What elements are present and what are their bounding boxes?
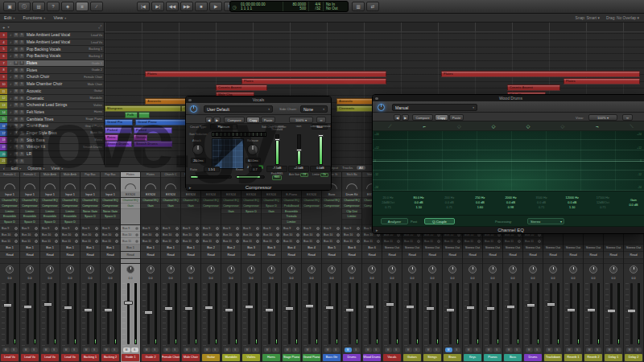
fader-cap[interactable]	[446, 308, 455, 312]
strip-pan-knob[interactable]	[221, 264, 241, 275]
strip-pan-knob[interactable]	[382, 264, 402, 275]
slider-value[interactable]: +2.0dB	[288, 166, 309, 172]
strip-output-slot[interactable]: Stereo Out	[463, 245, 482, 252]
send-slot[interactable]: Bus 11	[322, 238, 341, 245]
send-slot[interactable]: Bus 11	[262, 238, 281, 245]
send-knob-icon[interactable]	[457, 240, 460, 243]
add-track-menu-button[interactable]: ▾	[8, 25, 10, 29]
insert-slot[interactable]: Compressor	[201, 204, 221, 209]
compare-button[interactable]: Compare	[224, 117, 245, 123]
strip-automation-slot[interactable]: Read	[302, 252, 321, 259]
region[interactable]: Smash Drums	[134, 141, 172, 147]
band-gain[interactable]: 0.0 dB	[434, 201, 464, 205]
prev-preset-button[interactable]: ◀	[394, 114, 401, 121]
slider-track[interactable]	[275, 134, 279, 165]
mute-button[interactable]: M	[405, 348, 412, 352]
strip-fader[interactable]	[604, 282, 623, 346]
solo-button[interactable]: S	[19, 61, 24, 65]
send-knob-icon[interactable]	[175, 227, 179, 230]
solo-button[interactable]: S	[453, 348, 460, 352]
channel-strip[interactable]: CinematiEXS24Channel EQCompressorGainBus…	[221, 172, 242, 362]
mute-button[interactable]: M	[14, 103, 19, 107]
strip-gain-knob[interactable]	[101, 178, 120, 191]
fader-cap[interactable]	[305, 304, 314, 308]
close-icon[interactable]	[188, 99, 192, 102]
knee-value[interactable]: 0.7	[249, 167, 262, 172]
send-slot[interactable]: Bus 10	[181, 232, 200, 238]
send-knob-icon[interactable]	[437, 240, 440, 243]
send-knob-icon[interactable]	[518, 240, 521, 243]
strip-fader[interactable]	[161, 282, 180, 346]
send-slot[interactable]: Bus 11	[221, 238, 241, 245]
send-knob-icon[interactable]	[316, 240, 320, 243]
compare-button[interactable]: Compare	[412, 114, 433, 121]
eq-graph-display[interactable]: +24+120-12-24 +24+120-12-24	[373, 131, 644, 191]
fader-cap[interactable]	[365, 305, 374, 309]
circuit-type-dropdown[interactable]: Platinum	[210, 124, 237, 130]
strip-gain-knob[interactable]	[141, 178, 160, 191]
send-knob-icon[interactable]	[55, 233, 58, 237]
region[interactable]: Flutes	[564, 78, 640, 84]
strip-input-slot[interactable]: EXS24	[141, 191, 160, 198]
send-slot[interactable]: Bus 9	[342, 225, 361, 232]
mute-button[interactable]: M	[465, 348, 473, 352]
strip-name[interactable]: Pianos	[483, 353, 502, 362]
strip-output-slot[interactable]: Stereo Out	[584, 245, 603, 252]
mute-button[interactable]: M	[606, 348, 613, 352]
strip-pan-knob[interactable]	[463, 264, 482, 275]
send-slot[interactable]: Bus 9	[60, 225, 80, 232]
send-knob-icon[interactable]	[397, 240, 400, 243]
region[interactable]: Grand Pia	[105, 119, 133, 125]
send-knob-icon[interactable]	[115, 233, 118, 237]
preset-dropdown[interactable]: ▾User Default	[204, 105, 273, 113]
send-knob-icon[interactable]	[497, 240, 501, 243]
channel-eq-plugin-window[interactable]: Wood Drums ▾Manual ◀ ▶ Compare Copy Past…	[372, 94, 644, 234]
strip-automation-slot[interactable]: Read	[60, 252, 80, 259]
strip-automation-slot[interactable]: Read	[282, 252, 301, 259]
strip-setting-slot[interactable]: Female C	[20, 172, 39, 178]
strip-automation-slot[interactable]: Read	[101, 252, 120, 259]
send-slot[interactable]: Bus 11	[141, 238, 160, 245]
strip-name[interactable]: Brass	[443, 353, 462, 362]
mute-button[interactable]: M	[43, 348, 50, 352]
lcd-display[interactable]: ◷ 01:00:00:00.00 1 1 1 1 80.0000 500 4/4…	[229, 1, 349, 12]
strip-name[interactable]: Lead Vo	[0, 353, 19, 362]
band-frequency[interactable]: 200 Hz	[434, 196, 464, 200]
send-slot[interactable]: Bus 10	[0, 232, 19, 238]
band-gain[interactable]: 0.0 dB	[557, 201, 588, 205]
send-slot[interactable]: Bus 9	[262, 225, 281, 232]
send-knob-icon[interactable]	[155, 240, 159, 243]
strip-input-slot[interactable]: EXS24	[161, 191, 180, 198]
strip-fader[interactable]	[342, 282, 361, 346]
strip-fader[interactable]	[181, 282, 200, 346]
strip-pan-knob[interactable]	[201, 264, 221, 275]
strip-fader[interactable]	[443, 282, 462, 346]
strip-name[interactable]: Guitar	[201, 353, 221, 362]
fader-cap[interactable]	[607, 309, 616, 313]
mute-button[interactable]: M	[163, 348, 171, 352]
send-slot[interactable]: Bus 10	[221, 232, 241, 238]
region[interactable]: Smash Drums	[105, 141, 132, 147]
ratio-slider[interactable]	[190, 175, 232, 179]
fader-cap[interactable]	[104, 308, 113, 312]
strip-automation-slot[interactable]: Read	[483, 252, 502, 259]
track-header[interactable]: 19♪MSVintage KitSmash Drums	[0, 144, 104, 151]
insert-slot[interactable]: Channel EQ	[0, 198, 19, 204]
mute-button[interactable]: M	[14, 131, 19, 135]
channel-strip[interactable]: Stick BaDrum KitChannel EQCompressorClip…	[342, 172, 362, 362]
slider-track[interactable]	[297, 134, 301, 165]
strip-output-slot[interactable]: Bus 1	[0, 245, 19, 252]
strip-automation-slot[interactable]: Read	[40, 252, 60, 259]
solo-button[interactable]: S	[19, 110, 24, 114]
band-q[interactable]: 0.71	[526, 206, 557, 210]
send-knob-icon[interactable]	[196, 240, 199, 243]
fader-cap[interactable]	[627, 309, 636, 313]
band-q[interactable]: 1.60	[464, 206, 495, 210]
mute-button[interactable]: M	[14, 54, 19, 58]
strip-name[interactable]: Guide 2	[141, 353, 160, 362]
send-knob-icon[interactable]	[276, 240, 279, 243]
send-knob-icon[interactable]	[357, 240, 360, 243]
link-icon[interactable]: ∞	[622, 114, 633, 121]
track-header[interactable]: 12♪MSCinematicMandolin	[0, 95, 104, 102]
channel-strip[interactable]: Male ChaEXS24Channel EQGainBus 9Bus 10Bu…	[181, 172, 201, 362]
